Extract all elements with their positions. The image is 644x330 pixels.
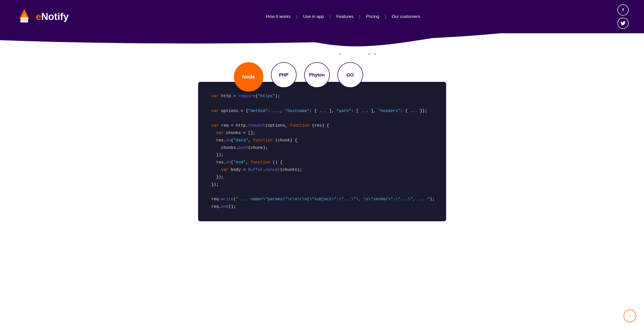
code-section: Node PHP Phyton GO var http = require("h… xyxy=(188,62,456,221)
twitter-icon xyxy=(620,21,626,26)
main-content: How to use it in your app Node PHP Phyto… xyxy=(0,33,644,330)
code-block: var http = require("https"); var options… xyxy=(198,82,446,221)
chevron-up-icon: ↑ xyxy=(629,313,631,319)
nav-pricing[interactable]: Pricing xyxy=(360,14,385,19)
logo-area: eNotify xyxy=(15,8,69,26)
tab-go[interactable]: GO xyxy=(337,62,363,88)
nav-use-in-app[interactable]: Use in app xyxy=(297,14,329,19)
nav-features[interactable]: Features xyxy=(331,14,359,19)
tab-node[interactable]: Node xyxy=(234,62,263,92)
logo-notify: Notify xyxy=(41,11,69,22)
logo-text: eNotify xyxy=(36,11,69,22)
nav-our-customers[interactable]: Our customers xyxy=(386,14,426,19)
tab-php[interactable]: PHP xyxy=(271,62,297,88)
social-icons: f xyxy=(617,4,629,29)
facebook-icon: f xyxy=(622,7,624,13)
facebook-button[interactable]: f xyxy=(617,4,629,16)
tab-phyton[interactable]: Phyton xyxy=(304,62,330,88)
logo-icon xyxy=(15,8,33,26)
header: eNotify How it works | Use in app | Feat… xyxy=(0,0,644,33)
logo-e: e xyxy=(36,11,41,22)
scroll-to-top-button[interactable]: ↑ xyxy=(624,310,636,322)
tabs-container: Node PHP Phyton GO xyxy=(198,62,446,82)
main-nav: How it works | Use in app | Features | P… xyxy=(260,14,426,19)
code-content: var http = require("https"); var options… xyxy=(211,93,433,211)
twitter-button[interactable] xyxy=(617,18,629,29)
nav-how-it-works[interactable]: How it works xyxy=(260,14,296,19)
